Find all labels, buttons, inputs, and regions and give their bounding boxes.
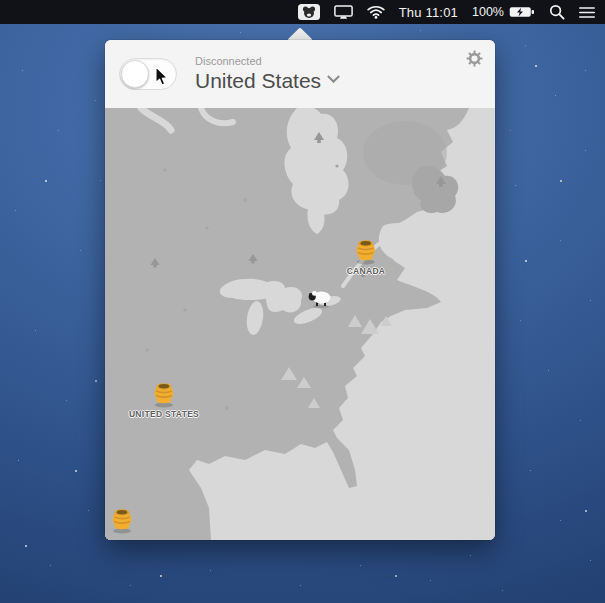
settings-button[interactable] (466, 50, 483, 71)
tunnelbear-icon (298, 4, 320, 20)
map-marker-bottom-left[interactable] (110, 504, 134, 535)
north-america-map (105, 108, 495, 540)
menubar-battery[interactable]: 100% (472, 0, 535, 24)
marker-label: CANADA (347, 266, 386, 276)
search-icon (549, 4, 565, 20)
menubar-clock[interactable]: Thu 11:01 (399, 0, 458, 24)
connection-info: Disconnected United States (195, 55, 338, 92)
vpn-toggle[interactable] (119, 58, 177, 90)
honeypot-icon (354, 235, 378, 265)
clock-text: Thu 11:01 (399, 5, 458, 20)
wifi-icon (367, 5, 385, 19)
chevron-down-icon (327, 70, 340, 83)
connection-status: Disconnected (195, 55, 338, 67)
tunnelbear-menubar-button[interactable] (298, 0, 320, 24)
notification-center-button[interactable] (579, 0, 595, 24)
tunnelbear-popover: Disconnected United States (105, 40, 495, 540)
map-marker-united-states[interactable]: UNITED STATES (129, 378, 199, 419)
vpn-map: CANADA UNITED STATES (105, 108, 495, 540)
gear-icon (466, 50, 483, 67)
honeypot-icon (152, 378, 176, 408)
display-menubar-button[interactable] (334, 0, 353, 24)
sheep-icon (307, 288, 333, 312)
battery-percent-text: 100% (472, 5, 504, 19)
display-icon (334, 5, 353, 20)
selected-country-label: United States (195, 69, 321, 92)
popover-header: Disconnected United States (105, 40, 495, 108)
wifi-menubar-button[interactable] (367, 0, 385, 24)
honeypot-icon (110, 504, 134, 534)
spotlight-menubar-button[interactable] (549, 0, 565, 24)
menu-bar: Thu 11:01 100% (0, 0, 605, 24)
vpn-toggle-knob[interactable] (121, 60, 149, 88)
menu-lines-icon (579, 6, 595, 19)
country-selector[interactable]: United States (195, 69, 338, 92)
map-marker-canada[interactable]: CANADA (347, 235, 386, 276)
battery-icon (509, 6, 535, 18)
marker-label: UNITED STATES (129, 409, 199, 419)
